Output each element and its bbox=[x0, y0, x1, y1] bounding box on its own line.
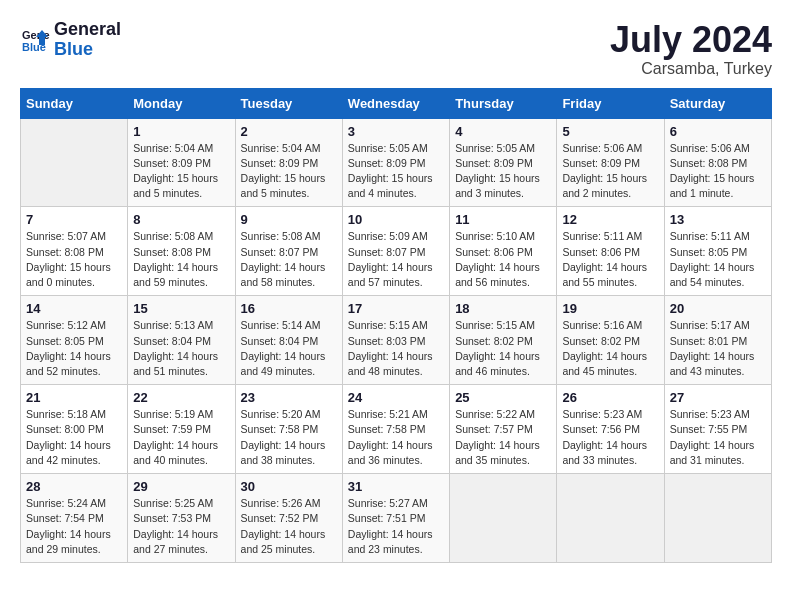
day-info: Sunrise: 5:27 AMSunset: 7:51 PMDaylight:… bbox=[348, 496, 444, 557]
day-info: Sunrise: 5:26 AMSunset: 7:52 PMDaylight:… bbox=[241, 496, 337, 557]
logo-text: General Blue bbox=[54, 20, 121, 60]
calendar-cell: 29Sunrise: 5:25 AMSunset: 7:53 PMDayligh… bbox=[128, 474, 235, 563]
day-info: Sunrise: 5:08 AMSunset: 8:08 PMDaylight:… bbox=[133, 229, 229, 290]
day-info: Sunrise: 5:15 AMSunset: 8:02 PMDaylight:… bbox=[455, 318, 551, 379]
calendar-cell: 2Sunrise: 5:04 AMSunset: 8:09 PMDaylight… bbox=[235, 118, 342, 207]
header-cell-thursday: Thursday bbox=[450, 88, 557, 118]
day-number: 13 bbox=[670, 212, 766, 227]
day-number: 27 bbox=[670, 390, 766, 405]
calendar-cell: 30Sunrise: 5:26 AMSunset: 7:52 PMDayligh… bbox=[235, 474, 342, 563]
day-info: Sunrise: 5:11 AMSunset: 8:05 PMDaylight:… bbox=[670, 229, 766, 290]
day-number: 29 bbox=[133, 479, 229, 494]
header-cell-friday: Friday bbox=[557, 88, 664, 118]
calendar-cell: 31Sunrise: 5:27 AMSunset: 7:51 PMDayligh… bbox=[342, 474, 449, 563]
calendar-cell: 23Sunrise: 5:20 AMSunset: 7:58 PMDayligh… bbox=[235, 385, 342, 474]
calendar-cell: 10Sunrise: 5:09 AMSunset: 8:07 PMDayligh… bbox=[342, 207, 449, 296]
calendar-cell: 4Sunrise: 5:05 AMSunset: 8:09 PMDaylight… bbox=[450, 118, 557, 207]
day-info: Sunrise: 5:21 AMSunset: 7:58 PMDaylight:… bbox=[348, 407, 444, 468]
calendar-body: 1Sunrise: 5:04 AMSunset: 8:09 PMDaylight… bbox=[21, 118, 772, 562]
calendar-cell: 20Sunrise: 5:17 AMSunset: 8:01 PMDayligh… bbox=[664, 296, 771, 385]
day-info: Sunrise: 5:17 AMSunset: 8:01 PMDaylight:… bbox=[670, 318, 766, 379]
calendar-cell: 15Sunrise: 5:13 AMSunset: 8:04 PMDayligh… bbox=[128, 296, 235, 385]
title-block: July 2024 Carsamba, Turkey bbox=[610, 20, 772, 78]
calendar-cell: 13Sunrise: 5:11 AMSunset: 8:05 PMDayligh… bbox=[664, 207, 771, 296]
calendar-cell: 17Sunrise: 5:15 AMSunset: 8:03 PMDayligh… bbox=[342, 296, 449, 385]
day-number: 28 bbox=[26, 479, 122, 494]
day-info: Sunrise: 5:08 AMSunset: 8:07 PMDaylight:… bbox=[241, 229, 337, 290]
day-info: Sunrise: 5:23 AMSunset: 7:56 PMDaylight:… bbox=[562, 407, 658, 468]
day-number: 19 bbox=[562, 301, 658, 316]
day-number: 14 bbox=[26, 301, 122, 316]
calendar-cell bbox=[664, 474, 771, 563]
header-cell-wednesday: Wednesday bbox=[342, 88, 449, 118]
day-number: 25 bbox=[455, 390, 551, 405]
day-number: 21 bbox=[26, 390, 122, 405]
day-number: 8 bbox=[133, 212, 229, 227]
day-number: 7 bbox=[26, 212, 122, 227]
day-info: Sunrise: 5:07 AMSunset: 8:08 PMDaylight:… bbox=[26, 229, 122, 290]
calendar-table: SundayMondayTuesdayWednesdayThursdayFrid… bbox=[20, 88, 772, 563]
calendar-header: SundayMondayTuesdayWednesdayThursdayFrid… bbox=[21, 88, 772, 118]
day-info: Sunrise: 5:06 AMSunset: 8:09 PMDaylight:… bbox=[562, 141, 658, 202]
subtitle: Carsamba, Turkey bbox=[610, 60, 772, 78]
day-number: 4 bbox=[455, 124, 551, 139]
week-row-4: 21Sunrise: 5:18 AMSunset: 8:00 PMDayligh… bbox=[21, 385, 772, 474]
day-info: Sunrise: 5:22 AMSunset: 7:57 PMDaylight:… bbox=[455, 407, 551, 468]
logo-icon: General Blue bbox=[20, 25, 50, 55]
calendar-cell: 6Sunrise: 5:06 AMSunset: 8:08 PMDaylight… bbox=[664, 118, 771, 207]
day-info: Sunrise: 5:11 AMSunset: 8:06 PMDaylight:… bbox=[562, 229, 658, 290]
week-row-2: 7Sunrise: 5:07 AMSunset: 8:08 PMDaylight… bbox=[21, 207, 772, 296]
calendar-cell: 16Sunrise: 5:14 AMSunset: 8:04 PMDayligh… bbox=[235, 296, 342, 385]
day-number: 9 bbox=[241, 212, 337, 227]
calendar-cell: 27Sunrise: 5:23 AMSunset: 7:55 PMDayligh… bbox=[664, 385, 771, 474]
day-info: Sunrise: 5:04 AMSunset: 8:09 PMDaylight:… bbox=[133, 141, 229, 202]
day-info: Sunrise: 5:05 AMSunset: 8:09 PMDaylight:… bbox=[348, 141, 444, 202]
calendar-cell bbox=[21, 118, 128, 207]
day-number: 18 bbox=[455, 301, 551, 316]
day-number: 20 bbox=[670, 301, 766, 316]
main-title: July 2024 bbox=[610, 20, 772, 60]
day-info: Sunrise: 5:16 AMSunset: 8:02 PMDaylight:… bbox=[562, 318, 658, 379]
day-number: 3 bbox=[348, 124, 444, 139]
calendar-cell: 28Sunrise: 5:24 AMSunset: 7:54 PMDayligh… bbox=[21, 474, 128, 563]
calendar-cell: 12Sunrise: 5:11 AMSunset: 8:06 PMDayligh… bbox=[557, 207, 664, 296]
day-number: 1 bbox=[133, 124, 229, 139]
day-number: 15 bbox=[133, 301, 229, 316]
calendar-cell: 25Sunrise: 5:22 AMSunset: 7:57 PMDayligh… bbox=[450, 385, 557, 474]
day-info: Sunrise: 5:18 AMSunset: 8:00 PMDaylight:… bbox=[26, 407, 122, 468]
day-info: Sunrise: 5:23 AMSunset: 7:55 PMDaylight:… bbox=[670, 407, 766, 468]
day-number: 23 bbox=[241, 390, 337, 405]
day-info: Sunrise: 5:24 AMSunset: 7:54 PMDaylight:… bbox=[26, 496, 122, 557]
day-info: Sunrise: 5:19 AMSunset: 7:59 PMDaylight:… bbox=[133, 407, 229, 468]
day-info: Sunrise: 5:20 AMSunset: 7:58 PMDaylight:… bbox=[241, 407, 337, 468]
calendar-cell bbox=[557, 474, 664, 563]
day-number: 17 bbox=[348, 301, 444, 316]
day-number: 2 bbox=[241, 124, 337, 139]
calendar-cell: 18Sunrise: 5:15 AMSunset: 8:02 PMDayligh… bbox=[450, 296, 557, 385]
page-header: General Blue General Blue July 2024 Cars… bbox=[20, 20, 772, 78]
day-number: 24 bbox=[348, 390, 444, 405]
calendar-cell: 1Sunrise: 5:04 AMSunset: 8:09 PMDaylight… bbox=[128, 118, 235, 207]
day-number: 6 bbox=[670, 124, 766, 139]
header-row: SundayMondayTuesdayWednesdayThursdayFrid… bbox=[21, 88, 772, 118]
header-cell-monday: Monday bbox=[128, 88, 235, 118]
day-number: 12 bbox=[562, 212, 658, 227]
day-number: 16 bbox=[241, 301, 337, 316]
week-row-1: 1Sunrise: 5:04 AMSunset: 8:09 PMDaylight… bbox=[21, 118, 772, 207]
week-row-5: 28Sunrise: 5:24 AMSunset: 7:54 PMDayligh… bbox=[21, 474, 772, 563]
logo: General Blue General Blue bbox=[20, 20, 121, 60]
day-info: Sunrise: 5:09 AMSunset: 8:07 PMDaylight:… bbox=[348, 229, 444, 290]
day-info: Sunrise: 5:05 AMSunset: 8:09 PMDaylight:… bbox=[455, 141, 551, 202]
day-info: Sunrise: 5:14 AMSunset: 8:04 PMDaylight:… bbox=[241, 318, 337, 379]
day-number: 22 bbox=[133, 390, 229, 405]
day-info: Sunrise: 5:06 AMSunset: 8:08 PMDaylight:… bbox=[670, 141, 766, 202]
calendar-cell: 11Sunrise: 5:10 AMSunset: 8:06 PMDayligh… bbox=[450, 207, 557, 296]
header-cell-saturday: Saturday bbox=[664, 88, 771, 118]
calendar-cell: 3Sunrise: 5:05 AMSunset: 8:09 PMDaylight… bbox=[342, 118, 449, 207]
calendar-cell: 21Sunrise: 5:18 AMSunset: 8:00 PMDayligh… bbox=[21, 385, 128, 474]
calendar-cell: 19Sunrise: 5:16 AMSunset: 8:02 PMDayligh… bbox=[557, 296, 664, 385]
day-number: 5 bbox=[562, 124, 658, 139]
header-cell-tuesday: Tuesday bbox=[235, 88, 342, 118]
calendar-cell: 14Sunrise: 5:12 AMSunset: 8:05 PMDayligh… bbox=[21, 296, 128, 385]
header-cell-sunday: Sunday bbox=[21, 88, 128, 118]
